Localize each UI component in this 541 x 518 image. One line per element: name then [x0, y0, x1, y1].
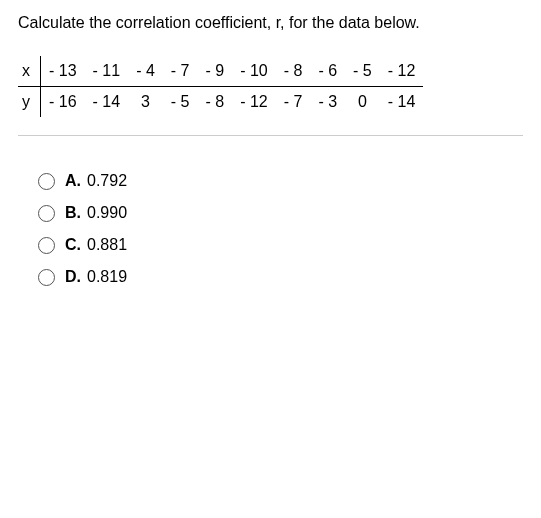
- cell: - 13: [41, 56, 85, 87]
- table-row-y: y - 16 - 14 3 - 5 - 8 - 12 - 7 - 3 0 - 1…: [18, 87, 423, 118]
- answer-options: A. 0.792 B. 0.990 C. 0.881 D. 0.819: [38, 172, 523, 286]
- cell: - 6: [310, 56, 345, 87]
- option-d[interactable]: D. 0.819: [38, 268, 523, 286]
- cell: - 8: [198, 87, 233, 118]
- option-text: 0.881: [87, 236, 127, 254]
- option-letter: C.: [65, 236, 81, 254]
- cell: - 11: [85, 56, 129, 87]
- cell: - 12: [232, 87, 276, 118]
- option-a[interactable]: A. 0.792: [38, 172, 523, 190]
- question-prompt: Calculate the correlation coefficient, r…: [18, 14, 523, 32]
- cell: 3: [128, 87, 163, 118]
- option-letter: D.: [65, 268, 81, 286]
- radio-icon: [38, 269, 55, 286]
- cell: - 5: [163, 87, 198, 118]
- divider: [18, 135, 523, 136]
- option-letter: B.: [65, 204, 81, 222]
- radio-icon: [38, 173, 55, 190]
- data-table: x - 13 - 11 - 4 - 7 - 9 - 10 - 8 - 6 - 5…: [18, 56, 423, 117]
- radio-icon: [38, 237, 55, 254]
- cell: - 14: [85, 87, 129, 118]
- cell: - 9: [198, 56, 233, 87]
- cell: 0: [345, 87, 380, 118]
- cell: - 10: [232, 56, 276, 87]
- cell: - 5: [345, 56, 380, 87]
- option-text: 0.819: [87, 268, 127, 286]
- cell: - 8: [276, 56, 311, 87]
- row-label-x: x: [18, 56, 41, 87]
- cell: - 3: [310, 87, 345, 118]
- option-letter: A.: [65, 172, 81, 190]
- row-label-y: y: [18, 87, 41, 118]
- table-row-x: x - 13 - 11 - 4 - 7 - 9 - 10 - 8 - 6 - 5…: [18, 56, 423, 87]
- option-b[interactable]: B. 0.990: [38, 204, 523, 222]
- option-text: 0.990: [87, 204, 127, 222]
- cell: - 12: [380, 56, 424, 87]
- cell: - 7: [276, 87, 311, 118]
- cell: - 16: [41, 87, 85, 118]
- radio-icon: [38, 205, 55, 222]
- option-c[interactable]: C. 0.881: [38, 236, 523, 254]
- option-text: 0.792: [87, 172, 127, 190]
- cell: - 14: [380, 87, 424, 118]
- cell: - 4: [128, 56, 163, 87]
- cell: - 7: [163, 56, 198, 87]
